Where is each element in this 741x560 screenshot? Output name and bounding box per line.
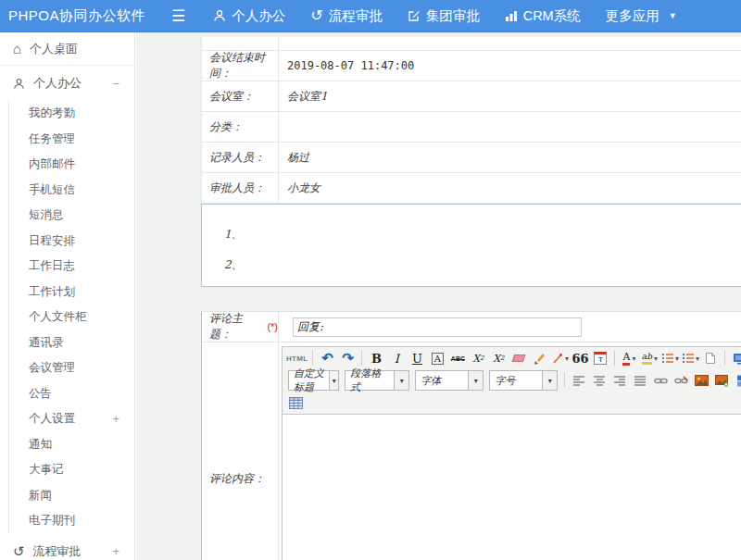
sidebar-item-notification[interactable]: 通知 (9, 432, 134, 458)
sidebar-item-desktop[interactable]: ⌂ 个人桌面 (0, 32, 134, 66)
row-meeting-end-time: 会议结束时间： 2019-08-07 11:47:00 (202, 51, 741, 81)
sidebar-item-personal-settings[interactable]: 个人设置 + (9, 406, 134, 432)
sidebar-item-contacts[interactable]: 通讯录 (9, 330, 134, 356)
paragraph-format-select[interactable]: 段落格式 ▾ (345, 370, 409, 391)
media-icon (736, 375, 741, 387)
fullscreen-button[interactable] (730, 349, 741, 367)
sidebar-item-attendance[interactable]: 我的考勤 (9, 101, 134, 127)
insert-image-button[interactable] (692, 371, 710, 390)
subscript-button[interactable]: X2 (489, 349, 508, 367)
brush-icon (533, 353, 546, 365)
insert-media-button[interactable] (733, 371, 741, 390)
new-page-button[interactable] (701, 349, 720, 367)
table-row-partial (202, 37, 741, 51)
remove-format-button[interactable]: A (428, 349, 446, 367)
ordered-list-button[interactable]: ▾ (660, 349, 679, 367)
paste-template-button[interactable]: T (591, 349, 609, 367)
align-justify-button[interactable] (631, 371, 649, 390)
sidebar-group-process-approval[interactable]: ↺ 流程审批 + (0, 534, 134, 560)
sidebar-item-internal-mail[interactable]: 内部邮件 (9, 152, 134, 178)
sidebar-item-announcement[interactable]: 公告 (9, 381, 134, 407)
collapse-toggle[interactable]: − (112, 77, 119, 91)
row-comment-subject: 评论主题： (*) (202, 312, 741, 342)
sidebar-group-label: 流程审批 (33, 543, 82, 560)
expand-toggle[interactable]: + (112, 544, 119, 558)
table-icon (289, 397, 303, 409)
highlight-color-button[interactable]: ab ▾ (640, 349, 659, 367)
format-brush-button[interactable] (530, 349, 548, 367)
comment-content-area[interactable] (283, 414, 741, 560)
field-label: 评论主题： (209, 311, 264, 342)
superscript-button[interactable]: X2 (469, 349, 487, 367)
sidebar-item-events[interactable]: 大事记 (9, 457, 134, 483)
field-value: 会议室1 (279, 81, 741, 111)
comment-subject-input[interactable] (293, 317, 582, 337)
font-family-select[interactable]: 字体 ▾ (415, 370, 484, 391)
eraser-icon (512, 355, 526, 362)
nav-label: CRM系统 (523, 7, 581, 25)
field-label: 分类： (202, 112, 279, 142)
nav-group-approval[interactable]: 集团审批 (408, 7, 480, 25)
sidebar-item-schedule[interactable]: 日程安排 (9, 229, 134, 255)
sidebar-item-news[interactable]: 新闻 (9, 483, 134, 509)
nav-more-apps[interactable]: 更多应用 ▼ (606, 7, 677, 25)
sidebar-item-short-message[interactable]: 短消息 (9, 203, 134, 229)
caret-down-icon: ▾ (329, 371, 338, 390)
multi-image-button[interactable] (712, 371, 731, 390)
expand-toggle[interactable]: + (112, 412, 119, 426)
row-approver: 审批人员： 小龙女 (202, 173, 741, 204)
sidebar-group-label: 个人办公 (33, 75, 82, 92)
redo-button[interactable]: ↷ (338, 349, 357, 367)
strikethrough-button[interactable]: ABC (448, 349, 467, 367)
sidebar-group-personal-office[interactable]: 个人办公 − (0, 66, 134, 101)
meeting-detail-table: 会议结束时间： 2019-08-07 11:47:00 会议室： 会议室1 分类… (201, 37, 741, 204)
nav-label: 流程审批 (329, 7, 383, 25)
row-comment-content: 评论内容： HTML ↶ ↷ B I U A ABC (202, 342, 741, 560)
field-value: 杨过 (279, 143, 741, 172)
remove-link-button[interactable] (672, 371, 690, 390)
autotypeset-button[interactable]: ▾ (550, 349, 569, 367)
align-left-icon (573, 376, 585, 386)
align-left-button[interactable] (570, 371, 588, 390)
sidebar: ⌂ 个人桌面 个人办公 − 我的考勤 任务管理 内部邮件 手机短信 短消息 日程… (0, 32, 135, 560)
font-color-button[interactable]: A ▾ (620, 349, 638, 367)
sidebar-item-e-journal[interactable]: 电子期刊 (9, 508, 134, 534)
content-list-item: 1、 (202, 219, 741, 250)
field-label: 会议室： (202, 81, 279, 111)
align-right-button[interactable] (610, 371, 629, 390)
align-center-button[interactable] (590, 371, 609, 390)
bar-chart-icon (505, 10, 518, 22)
hamburger-menu-icon[interactable]: ☰ (171, 6, 185, 26)
nav-label: 更多应用 (606, 7, 659, 25)
sidebar-submenu: 我的考勤 任务管理 内部邮件 手机短信 短消息 日程安排 工作日志 工作计划 个… (8, 101, 134, 534)
nav-process-approval[interactable]: ↺ 流程审批 (310, 7, 382, 25)
field-label: 评论内容： (202, 342, 279, 560)
html-source-button[interactable]: HTML (286, 349, 308, 367)
rich-text-editor: HTML ↶ ↷ B I U A ABC X2 X2 (282, 346, 741, 560)
nav-personal-office[interactable]: 个人办公 (213, 7, 285, 25)
caret-down-icon: ▾ (468, 371, 483, 390)
sidebar-item-file-cabinet[interactable]: 个人文件柜 (9, 305, 134, 330)
align-center-icon (594, 376, 606, 386)
underline-button[interactable]: U (408, 349, 426, 367)
heading-select[interactable]: 自定义标题 ▾ (288, 370, 339, 391)
sidebar-item-work-log[interactable]: 工作日志 (9, 254, 134, 280)
sidebar-item-meetings[interactable]: 会议管理 (9, 355, 134, 381)
insert-table-button[interactable] (286, 393, 305, 412)
align-justify-icon (634, 376, 647, 386)
sidebar-item-tasks[interactable]: 任务管理 (9, 127, 134, 153)
unordered-list-button[interactable]: ▾ (681, 349, 699, 367)
font-size-select[interactable]: 字号 ▾ (489, 370, 558, 391)
nav-crm-system[interactable]: CRM系统 (505, 7, 581, 25)
blockquote-button[interactable]: 66 (571, 349, 589, 367)
undo-button[interactable]: ↶ (318, 349, 336, 367)
insert-link-button[interactable] (651, 371, 670, 390)
edit-square-icon (408, 9, 421, 22)
italic-button[interactable]: I (387, 349, 406, 367)
row-category: 分类： (202, 112, 741, 143)
eraser-button[interactable] (509, 349, 528, 367)
sidebar-item-work-plan[interactable]: 工作计划 (9, 280, 134, 305)
sidebar-item-sms[interactable]: 手机短信 (9, 178, 134, 204)
field-label: 记录人员： (202, 143, 279, 172)
bold-button[interactable]: B (367, 349, 385, 367)
